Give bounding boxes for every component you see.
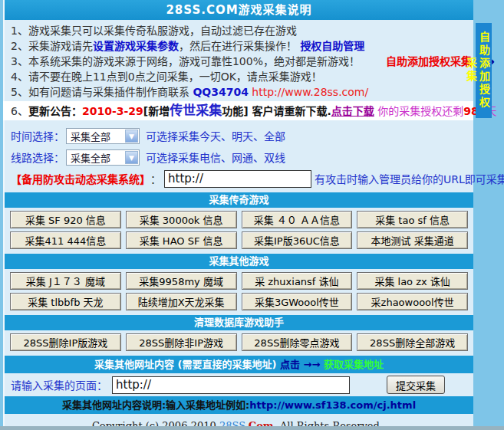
section-header-other: 采集其他游戏: [5, 254, 473, 269]
time-select-value: 采集全部: [67, 129, 125, 143]
line5-num: 5、: [11, 86, 28, 98]
collect-button[interactable]: 采集 tao sf 信息: [357, 211, 468, 228]
line1-num: 1、: [11, 25, 28, 37]
instruction-line-3: 3、本系统采集的游戏来源于网络，游戏可靠性100%，绝对都是新游戏！自助添加授权…: [11, 54, 467, 69]
collect-button[interactable]: 采 zhuxiansf 诛仙: [242, 272, 353, 290]
time-select[interactable]: 采集全部 ▼: [66, 128, 140, 144]
line6-b2: 功能]: [222, 105, 248, 117]
line6-num: 6、: [11, 105, 28, 117]
collect-button[interactable]: 采集9958my 魔域: [126, 272, 237, 290]
collect-button[interactable]: 陆续增加X天龙采集: [126, 293, 237, 310]
qq-link[interactable]: QQ34704: [193, 86, 249, 98]
backup-system-row: 【备用防攻击动态采集系统】： 有攻击时输入管理员给你的URL即可采集: [11, 168, 467, 189]
local-test-button[interactable]: 本地测试 采集通道: [357, 231, 468, 249]
page-url-input[interactable]: [112, 376, 350, 394]
line1-text: 游戏采集只可以采集传奇私服游戏，自动过滤已存在游戏: [28, 25, 297, 37]
time-select-hint: 可选择采集今天、明天、全部: [146, 128, 285, 143]
instructions-list: 1、游戏采集只可以采集传奇私服游戏，自动过滤已存在游戏 2、采集游戏请先设置游戏…: [5, 20, 473, 120]
line-select-label: 线路选择：: [11, 149, 64, 165]
collect-button[interactable]: 采集 ４０ ＡＡ信息: [242, 211, 353, 228]
update-date: 2010-3-29: [82, 105, 143, 117]
instruction-line-5: 5、如有问题请与采集插件制作商联系 QQ34704 http://www.28s…: [11, 84, 467, 100]
url-note-bar: 采集其他网址内容说明:输入采集地址例如:http://www.sf138.com…: [5, 396, 473, 414]
line-select-hint: 可选择采集电信、网通、双线: [146, 149, 285, 165]
auth-remain-text: 你的采集授权还剩: [374, 105, 463, 117]
url-note-text: 采集其他网址内容说明:输入采集地址例如:: [62, 399, 249, 411]
delete-button[interactable]: 28SS删除零点游戏: [242, 333, 353, 351]
page-url-row: 请输入采集的页面： 提交采集: [5, 373, 473, 396]
auth-manage-link[interactable]: 授权自助管理: [300, 40, 364, 52]
delete-button[interactable]: 28SS删除IP版游戏: [10, 333, 121, 351]
dropdown-arrow-icon[interactable]: ▼: [125, 151, 138, 164]
collect-button[interactable]: 采集 3000ok 信息: [126, 211, 237, 228]
collect-button[interactable]: 采集3GWoool传世: [242, 293, 353, 310]
page-title: 28SS.COM游戏采集说明: [5, 0, 473, 20]
instruction-line-4: 4、请不要在晚上11点到0点之间采集，一切OK，请点采集游戏！: [11, 69, 467, 84]
side-tab-self-add-auth[interactable]: 自助添加授权采集: [476, 23, 492, 118]
instruction-line-2: 2、采集游戏请先设置游戏采集参数，然后在进行采集操作！ 授权自助管理: [11, 38, 467, 54]
line6-big: 传世采集: [170, 103, 222, 118]
section-header-legend: 采集传奇游戏: [5, 192, 473, 208]
backup-url-input[interactable]: [164, 170, 311, 188]
line-select-value: 采集全部: [67, 150, 125, 165]
collect-button[interactable]: 采zhaowoool传世: [357, 293, 468, 310]
line-select-row: 线路选择： 采集全部 ▼ 可选择采集电信、网通、双线: [11, 146, 467, 168]
cleaner-button-grid: 28SS删除IP版游戏 28SS删除非IP游戏 28SS删除零点游戏 28SS删…: [5, 330, 473, 354]
selection-form: 时间选择： 采集全部 ▼ 可选择采集今天、明天、全部 线路选择： 采集全部 ▼ …: [5, 120, 473, 191]
other-url-text: 采集其他网址内容 (需要直接的采集地址): [94, 359, 280, 370]
collect-button[interactable]: 采集 lao zx 诛仙: [357, 272, 468, 290]
instruction-line-6: 6、更新公告：2010-3-29[新增传世采集功能] 客户请重新下载.点击下载 …: [3, 101, 473, 120]
settings-params-link[interactable]: 设置游戏采集参数: [93, 40, 179, 52]
time-select-label: 时间选择：: [11, 128, 64, 143]
dropdown-arrow-icon[interactable]: ▼: [125, 130, 138, 143]
main-panel: 28SS.COM游戏采集说明 1、游戏采集只可以采集传奇私服游戏，自动过滤已存在…: [3, 0, 473, 426]
line2-num: 2、: [11, 40, 28, 52]
line3-num: 3、: [11, 55, 28, 67]
self-add-auth-link[interactable]: 自助添加授权采集: [386, 55, 472, 67]
collect-button[interactable]: 采集 SF 920 信息: [10, 211, 121, 228]
line4-text: 请不要在晚上11点到0点之间采集，一切OK，请点采集游戏！: [28, 71, 322, 83]
line6-mid: 客户请重新下载.: [249, 105, 331, 117]
line2-pre: 采集游戏请先: [28, 40, 93, 52]
collect-button[interactable]: 采集IP版36UC信息: [242, 231, 353, 249]
backup-hint: 有攻击时输入管理员给你的URL即可采集: [315, 171, 504, 186]
submit-collect-button[interactable]: 提交采集: [387, 376, 445, 394]
url-note-example: http://www.sf138.com/cj.html: [249, 399, 416, 411]
line4-num: 4、: [11, 71, 28, 83]
click-label: 点击: [280, 359, 300, 370]
section-header-cleaner: 清理数据库游戏助手: [5, 315, 473, 330]
download-link[interactable]: 点击下载: [331, 105, 374, 117]
line2-mid: ，然后在进行采集操作！: [179, 40, 300, 52]
legend-button-grid: 采集 SF 920 信息 采集 3000ok 信息 采集 ４０ ＡＡ信息 采集 …: [5, 208, 473, 252]
collect-button[interactable]: 采集 tlbbfb 天龙: [10, 293, 121, 310]
bottom-edge-strip: [0, 426, 504, 430]
page-url-label: 请输入采集的页面：: [11, 377, 107, 392]
collect-button[interactable]: 采集 J１７３ 魔域: [10, 272, 121, 290]
delete-button[interactable]: 28SS删除非IP游戏: [126, 333, 237, 351]
line5-pre: 如有问题请与采集插件制作商联系: [28, 86, 193, 98]
backup-colon: ：: [150, 171, 161, 186]
delete-button[interactable]: 28SS删除全部游戏: [357, 333, 468, 351]
arrow-right-icons: →→: [300, 359, 324, 370]
collect-button[interactable]: 采集411 444信息: [10, 231, 121, 249]
site-url-link[interactable]: http://www.28ss.com/: [252, 86, 368, 98]
other-url-bar: 采集其他网址内容 (需要直接的采集地址) 点击 →→ 获取采集地址: [5, 356, 473, 373]
other-button-grid: 采集 J１７３ 魔域 采集9958my 魔域 采 zhuxiansf 诛仙 采集…: [5, 269, 473, 313]
collect-button[interactable]: 采集 HAO SF 信息: [126, 231, 237, 249]
line-select[interactable]: 采集全部 ▼: [66, 149, 140, 166]
instruction-line-1: 1、游戏采集只可以采集传奇私服游戏，自动过滤已存在游戏: [11, 23, 467, 38]
line6-label: 更新公告：: [28, 105, 82, 117]
time-select-row: 时间选择： 采集全部 ▼ 可选择采集今天、明天、全部: [11, 125, 467, 146]
get-address-link[interactable]: 获取采集地址: [324, 359, 384, 370]
line3-text: 本系统采集的游戏来源于网络，游戏可靠性100%，绝对都是新游戏！: [28, 55, 360, 67]
backup-system-label: 【备用防攻击动态采集系统】: [11, 171, 150, 186]
line6-b1: [新增: [143, 105, 170, 117]
